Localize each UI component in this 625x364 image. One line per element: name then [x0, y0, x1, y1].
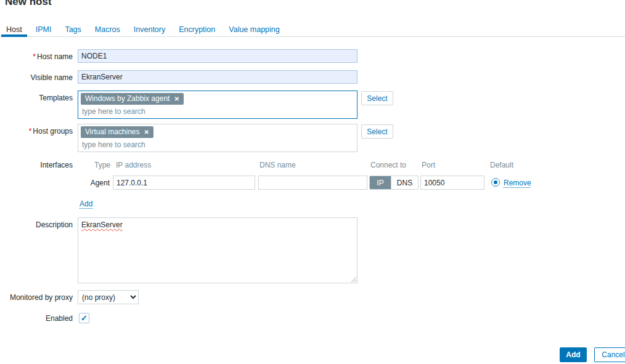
chip-remove-icon[interactable]: ✕ [144, 129, 149, 135]
proxy-select[interactable]: (no proxy) [78, 290, 139, 304]
description-label: Description [0, 220, 73, 229]
interface-ip-input[interactable] [113, 176, 255, 190]
host-groups-multiselect[interactable]: Virtual machines✕ [78, 124, 357, 152]
enabled-label: Enabled [0, 314, 73, 323]
description-text: EkranServer [81, 220, 123, 229]
tab-ipmi[interactable]: IPMI [31, 23, 57, 36]
visible-name-input[interactable] [78, 70, 357, 84]
host-groups-search-input[interactable] [81, 138, 352, 150]
templates-search-input[interactable] [81, 105, 352, 117]
tab-bar: Host IPMI Tags Macros Inventory Encrypti… [0, 23, 625, 37]
add-host-button[interactable]: Add [560, 347, 587, 362]
interfaces-header-connect-to: Connect to [370, 161, 406, 169]
connect-to-toggle: IP DNS [369, 176, 419, 190]
tab-encryption[interactable]: Encryption [174, 23, 220, 36]
templates-select-button[interactable]: Select [361, 91, 393, 105]
tab-value-mapping[interactable]: Value mapping [224, 23, 284, 36]
remove-interface-link[interactable]: Remove [504, 179, 531, 187]
host-groups-chip[interactable]: Virtual machines✕ [81, 126, 153, 138]
required-asterisk: * [33, 52, 36, 61]
templates-multiselect[interactable]: Windows by Zabbix agent✕ [78, 91, 357, 119]
host-groups-select-button[interactable]: Select [361, 124, 393, 139]
host-groups-label: *Host groups [0, 127, 73, 135]
tab-inventory[interactable]: Inventory [129, 23, 170, 36]
templates-chip[interactable]: Windows by Zabbix agent✕ [81, 93, 184, 105]
enabled-checkbox[interactable]: ✓ [79, 313, 89, 323]
required-asterisk: * [29, 127, 32, 135]
templates-label: Templates [0, 94, 73, 102]
interfaces-header-default: Default [490, 161, 513, 169]
host-name-label: *Host name [0, 52, 73, 61]
description-textarea[interactable]: EkranServer [78, 217, 357, 283]
interface-port-input[interactable] [420, 176, 484, 190]
default-interface-radio[interactable] [491, 178, 500, 187]
connect-to-ip-option[interactable]: IP [370, 176, 391, 189]
interfaces-header-type: Type [94, 161, 110, 169]
connect-to-dns-option[interactable]: DNS [391, 176, 418, 189]
add-interface-link[interactable]: Add [80, 200, 92, 208]
interfaces-header-dns: DNS name [259, 161, 296, 169]
host-name-input[interactable] [78, 49, 357, 63]
visible-name-label: Visible name [0, 73, 73, 82]
interfaces-label: Interfaces [0, 161, 73, 169]
new-host-form-page: New host Host IPMI Tags Macros Inventory… [0, 0, 625, 364]
page-title: New host [5, 0, 52, 8]
interfaces-header-port: Port [422, 161, 435, 169]
tab-tags[interactable]: Tags [60, 23, 86, 36]
chip-remove-icon[interactable]: ✕ [174, 96, 179, 102]
checkmark-icon: ✓ [81, 313, 88, 323]
interface-dns-input[interactable] [258, 176, 367, 190]
cancel-button[interactable]: Cancel [594, 347, 625, 362]
tab-macros[interactable]: Macros [90, 23, 125, 36]
interface-type-agent: Agent [74, 179, 110, 187]
proxy-label: Monitored by proxy [0, 293, 73, 302]
tab-host[interactable]: Host [1, 23, 27, 36]
interfaces-header-ip: IP address [116, 161, 151, 169]
